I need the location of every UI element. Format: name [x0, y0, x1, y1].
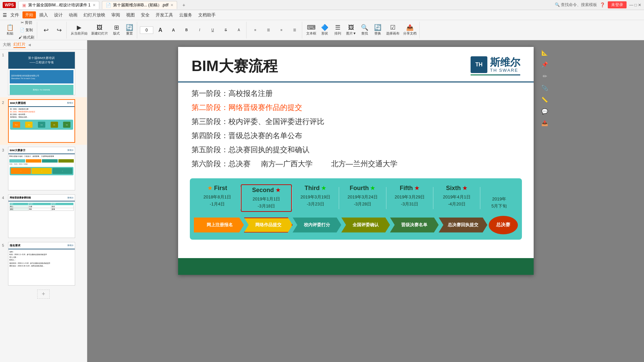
logo-text-block: 斯维尔 TH SWARE	[490, 57, 520, 73]
font-color-button[interactable]: A	[233, 23, 245, 38]
menu-cloud[interactable]: 云服务	[176, 11, 195, 19]
font-bigger-button[interactable]: A	[154, 23, 166, 38]
slide-thumb-1[interactable]: 1 第十届BIM大赛培训——工程设计专项 深圳市斯维尔科技股份有限公司 Shen…	[0, 50, 87, 97]
tab-pdf[interactable]: 📄 第十届斯维尔杯B... (初稿）.pdf ✕	[102, 1, 177, 9]
arrow-4: 全国评委确认	[341, 218, 390, 233]
copy-button[interactable]: 📄 复制	[17, 27, 36, 34]
slide-num-4: 4	[2, 196, 7, 238]
underline-button[interactable]: U	[207, 23, 219, 38]
slide-num-5: 5	[2, 243, 7, 286]
new-slide-icon: 🖼	[97, 24, 103, 31]
slide-thumb-4[interactable]: 4 网络晋级赛参赛职能 斯维尔 项目 内容1 内容2 网上	[0, 192, 87, 240]
italic-icon: I	[199, 28, 200, 32]
login-button[interactable]: 未登录	[608, 1, 627, 8]
slide-thumb-3[interactable]: 3 BIM大赛参方 斯维尔 BIM大赛参方地域：工程设计、参赛赛事、工程BIM参…	[0, 145, 87, 192]
cut-icon: ✂ 剪切	[21, 20, 32, 25]
new-slide-button[interactable]: 🖼 新建幻灯片	[90, 23, 109, 38]
select-canvas-button[interactable]: ☑ 选择画布	[385, 23, 401, 38]
image-button[interactable]: 🖼 图片▼	[345, 23, 358, 38]
replace-button[interactable]: 🔄 替换	[372, 23, 384, 38]
menu-animation[interactable]: 动画	[66, 11, 80, 19]
second-date: 2019年1月1日-3月18日	[253, 196, 280, 210]
flow-step-fifth: Fifth ★ 2019年3月29日-3月31日	[386, 184, 433, 208]
toolbar-align: ≡ ☰ ≡ ☰	[248, 22, 302, 39]
justify-button[interactable]: ☰	[288, 23, 301, 38]
menu-assistant[interactable]: 文档助手	[196, 11, 218, 19]
logo-underline	[471, 74, 520, 75]
undo-button[interactable]: ↩	[40, 23, 52, 38]
right-icon-7[interactable]: 📤	[538, 120, 552, 126]
redo-button[interactable]: ↪	[53, 23, 65, 38]
menu-review[interactable]: 审阅	[109, 11, 123, 19]
italic-button[interactable]: I	[194, 23, 206, 38]
share-doc-button[interactable]: 📤 分享文档	[402, 23, 418, 38]
list-button[interactable]: ☰ 排列	[332, 23, 344, 38]
paste-button[interactable]: 📋 粘贴	[4, 23, 16, 38]
slide-thumb-5[interactable]: 5 报名要求 斯维尔 说明： 时间：2019.1.1~3.18，参与注册的全国各…	[0, 240, 87, 288]
tab-ppt-label: 第十届全国BIM...程设计培训课件 1	[28, 2, 90, 8]
add-slide-button[interactable]: +	[37, 290, 50, 299]
align-right-button[interactable]: ≡	[275, 23, 287, 38]
menu-design[interactable]: 设计	[51, 11, 65, 19]
menu-insert[interactable]: 插入	[37, 11, 51, 19]
format-brush-button[interactable]: 🖌 格式刷	[17, 34, 36, 41]
slide-thumb-2[interactable]: 2 BIM大赛流程 斯维尔 第一阶段：高校报名注册 第二阶段：网络晋级赛作品的提…	[0, 97, 87, 145]
menu-security[interactable]: 安全	[138, 11, 152, 19]
font-size-input[interactable]	[140, 26, 153, 34]
slides-view-btn[interactable]: 幻灯片	[13, 42, 25, 48]
right-icon-5[interactable]: 📏	[538, 97, 552, 103]
final-date: 2019年5月下旬	[491, 196, 507, 210]
shape-button[interactable]: 🔷 形状	[319, 23, 331, 38]
slide-preview-1: 第十届BIM大赛培训——工程设计专项 深圳市斯维尔科技股份有限公司 Shenzh…	[8, 52, 75, 95]
right-icon-4[interactable]: 📎	[538, 85, 552, 91]
arrow-2: 网络作品提交	[244, 218, 292, 233]
menu-dev[interactable]: 开发工具	[153, 11, 176, 19]
find-icon: 🔍	[361, 24, 368, 31]
find-button[interactable]: 🔍 查找	[359, 23, 371, 38]
arrow-7-final: 总决赛	[489, 216, 518, 234]
play-from-start-button[interactable]: ▶ 从当前开始	[69, 23, 89, 38]
window-menu-icon[interactable]: — □ ✕	[629, 3, 641, 7]
right-icon-1[interactable]: 📐	[538, 50, 552, 56]
slide-bottom-bar	[178, 258, 534, 275]
outline-view-btn[interactable]: 大纲	[3, 42, 11, 48]
layout-button[interactable]: ⊞ 版式	[110, 23, 122, 38]
textbox-button[interactable]: ⌨ 文本框	[305, 23, 318, 38]
slide-canvas[interactable]: BIM大赛流程 TH 斯维尔 TH SWARE	[178, 47, 534, 275]
bold-button[interactable]: B	[180, 23, 193, 38]
right-icon-6[interactable]: 💬	[538, 108, 552, 115]
align-center-icon: ☰	[267, 28, 270, 32]
tab-ppt[interactable]: ▣ 第十届全国BIM...程设计培训课件 1 ✕	[18, 1, 99, 9]
third-star-icon: ★	[321, 184, 326, 192]
right-icon-2[interactable]: 📌	[538, 61, 552, 68]
wps-logo: WPS	[3, 2, 16, 8]
tab-ppt-close[interactable]: ✕	[93, 3, 96, 7]
flow-step-third: Third ★ 2019年3月19日-3月23日	[292, 184, 339, 208]
align-left-button[interactable]: ≡	[249, 23, 261, 38]
slide-num-3: 3	[2, 148, 7, 190]
menu-kaishi[interactable]: 开始	[22, 11, 36, 18]
image-icon: 🖼	[348, 24, 354, 31]
align-center-button[interactable]: ☰	[262, 23, 274, 38]
hamburger-menu[interactable]: ☰	[3, 12, 7, 18]
right-icon-3[interactable]: ✏	[538, 73, 552, 79]
font-smaller-icon: A	[172, 28, 175, 33]
cut-button[interactable]: ✂ 剪切	[17, 20, 36, 26]
menu-file[interactable]: 文件	[8, 11, 22, 19]
menu-slideshow[interactable]: 幻灯片放映	[81, 11, 108, 19]
font-smaller-button[interactable]: A	[167, 23, 179, 38]
add-tab-button[interactable]: +	[180, 1, 188, 9]
collapse-panel-icon[interactable]: ◀	[28, 43, 31, 47]
search-placeholder[interactable]: 🔍 查找命令、搜索模板	[555, 2, 597, 8]
fourth-star-icon: ★	[370, 184, 375, 192]
help-icon[interactable]: ❓	[600, 2, 605, 7]
textbox-icon: ⌨	[307, 24, 316, 31]
tab-pdf-close[interactable]: ✕	[170, 3, 173, 7]
menu-view[interactable]: 视图	[123, 11, 138, 19]
strikethrough-button[interactable]: S	[220, 23, 232, 38]
reset-button[interactable]: 🔄 重置	[123, 23, 136, 38]
third-title-row: Third ★	[305, 184, 326, 192]
title-bar: WPS ▣ 第十届全国BIM...程设计培训课件 1 ✕ 📄 第十届斯维尔杯B.…	[0, 0, 644, 10]
slide-panel: 大纲 幻灯片 ◀ 1 第十届BIM大赛培训——工程设计专项 深圳市斯维尔科技股份…	[0, 40, 87, 362]
logo-main: 斯维尔	[490, 57, 520, 68]
